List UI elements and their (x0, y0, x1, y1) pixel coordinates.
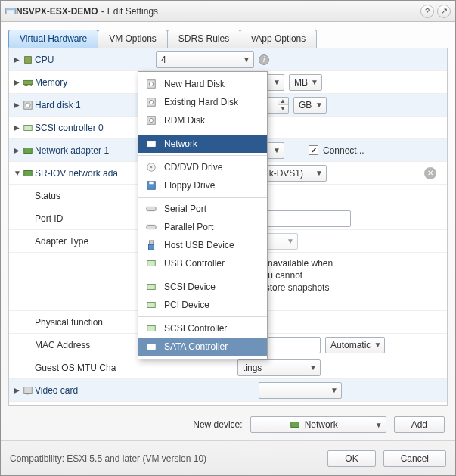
cancel-button[interactable]: Cancel (383, 450, 446, 467)
caret-icon[interactable]: ▶ (14, 55, 21, 64)
remove-device-button[interactable]: ✕ (424, 167, 436, 179)
harddisk-icon (146, 97, 158, 107)
sriov-network-select[interactable]: uk-DVS1)▼ (259, 165, 327, 182)
chevron-down-icon: ▼ (314, 98, 324, 113)
svg-rect-28 (147, 207, 156, 210)
video-label: Video card (35, 385, 156, 396)
mac-mode-select[interactable]: Automatic▼ (325, 337, 385, 353)
new-device-menu: New Hard Disk Existing Hard Disk RDM Dis… (138, 71, 268, 359)
expand-button[interactable]: ↗ (437, 5, 451, 18)
title-action: Edit Settings (107, 6, 158, 17)
spin-down-icon[interactable]: ▼ (278, 105, 288, 113)
caret-icon[interactable]: ▶ (14, 146, 21, 154)
svg-rect-11 (24, 148, 33, 153)
menu-cddvd[interactable]: CD/DVD Drive (138, 158, 267, 176)
caret-icon[interactable]: ▶ (14, 101, 21, 109)
info-icon[interactable]: i (259, 54, 269, 65)
svg-rect-36 (147, 344, 156, 350)
svg-point-9 (26, 102, 30, 107)
menu-sata-controller[interactable]: SATA Controller (138, 338, 267, 356)
mtu-label: Guest OS MTU Cha (14, 362, 135, 373)
svg-rect-13 (24, 387, 33, 393)
svg-rect-14 (26, 393, 29, 394)
spin-up-icon[interactable]: ▲ (278, 98, 288, 105)
menu-separator (138, 316, 267, 317)
svg-rect-29 (147, 225, 156, 229)
usb-controller-icon (146, 258, 158, 269)
caret-icon[interactable]: ▶ (14, 123, 21, 132)
harddisk-icon (146, 115, 158, 126)
svg-rect-1 (6, 8, 15, 10)
caret-icon[interactable]: ▶ (14, 386, 21, 394)
adapter-type-label: Adapter Type (14, 236, 135, 247)
row-sriov-mtu: Guest OS MTU Cha tings▼ (9, 356, 447, 379)
cpu-icon (21, 54, 35, 65)
menu-rdm-disk[interactable]: RDM Disk (138, 111, 267, 129)
tab-sdrs-rules[interactable]: SDRS Rules (167, 30, 240, 48)
video-select[interactable]: ▼ (259, 382, 342, 399)
menu-separator (138, 155, 267, 156)
mtu-select[interactable]: tings▼ (237, 359, 321, 376)
compatibility-text: Compatibility: ESXi 5.5 and later (VM ve… (10, 453, 320, 464)
tab-vm-options[interactable]: VM Options (98, 30, 168, 48)
new-device-select[interactable]: Network ▼ (250, 416, 386, 433)
cpu-select[interactable]: 4 ▼ (156, 51, 254, 68)
menu-scsi-device[interactable]: SCSI Device (138, 278, 267, 296)
new-device-label: New device: (193, 419, 242, 430)
network-icon (290, 419, 300, 430)
controller-icon (146, 341, 158, 352)
vm-icon (5, 6, 16, 17)
row-vmci: ▶ VMCI device (9, 402, 447, 406)
svg-rect-23 (147, 142, 156, 147)
menu-network[interactable]: Network (138, 135, 267, 153)
chevron-down-icon: ▼ (314, 166, 324, 181)
svg-rect-2 (25, 56, 32, 63)
svg-rect-3 (23, 80, 33, 84)
title-vm-name: NSVPX-ESX-DEMO (16, 6, 98, 17)
svg-rect-30 (149, 241, 153, 244)
new-device-bar: New device: Network ▼ Add (1, 409, 455, 440)
svg-rect-10 (24, 125, 33, 130)
serial-icon (146, 204, 158, 214)
mac-label: MAC Address (14, 340, 135, 350)
tab-virtual-hardware[interactable]: Virtual Hardware (8, 30, 98, 48)
menu-parallel-port[interactable]: Parallel Port (138, 218, 267, 236)
titlebar: NSVPX-ESX-DEMO - Edit Settings ? ↗ (1, 1, 455, 22)
menu-separator (138, 132, 267, 132)
connect-checkbox[interactable]: ✔ (309, 145, 318, 155)
hdd-unit-select[interactable]: GB▼ (293, 97, 327, 114)
tab-vapp-options[interactable]: vApp Options (240, 30, 317, 48)
caret-down-icon[interactable]: ▼ (14, 169, 21, 177)
svg-rect-12 (24, 170, 33, 176)
menu-usb-controller[interactable]: USB Controller (138, 254, 267, 272)
cpu-label: CPU (35, 54, 156, 65)
menu-separator (138, 197, 267, 198)
memory-unit-label[interactable]: MB▼ (289, 74, 322, 91)
help-button[interactable]: ? (420, 5, 434, 18)
menu-new-hard-disk[interactable]: New Hard Disk (138, 75, 267, 93)
svg-point-20 (149, 100, 153, 104)
svg-rect-5 (26, 84, 27, 86)
menu-existing-hard-disk[interactable]: Existing Hard Disk (138, 93, 267, 111)
disc-icon (146, 162, 158, 173)
parallel-icon (146, 222, 158, 232)
svg-rect-35 (147, 326, 156, 331)
edit-settings-dialog: NSVPX-ESX-DEMO - Edit Settings ? ↗ Virtu… (0, 0, 456, 476)
caret-icon[interactable]: ▶ (14, 78, 21, 86)
ok-button[interactable]: OK (327, 450, 375, 467)
row-video: ▶ Video card ▼ (9, 379, 447, 402)
network-icon (21, 168, 35, 179)
chevron-down-icon: ▼ (241, 52, 252, 67)
menu-floppy[interactable]: Floppy Drive (138, 176, 267, 194)
video-icon (21, 385, 35, 396)
svg-rect-31 (149, 244, 154, 250)
controller-icon (21, 123, 35, 133)
menu-serial-port[interactable]: Serial Port (138, 200, 267, 218)
menu-host-usb[interactable]: Host USB Device (138, 236, 267, 254)
menu-scsi-controller[interactable]: SCSI Controller (138, 319, 267, 338)
menu-pci-device[interactable]: PCI Device (138, 296, 267, 314)
scsi-device-icon (146, 282, 158, 292)
controller-icon (146, 323, 158, 334)
chevron-down-icon: ▼ (308, 360, 318, 375)
add-button[interactable]: Add (394, 416, 445, 433)
